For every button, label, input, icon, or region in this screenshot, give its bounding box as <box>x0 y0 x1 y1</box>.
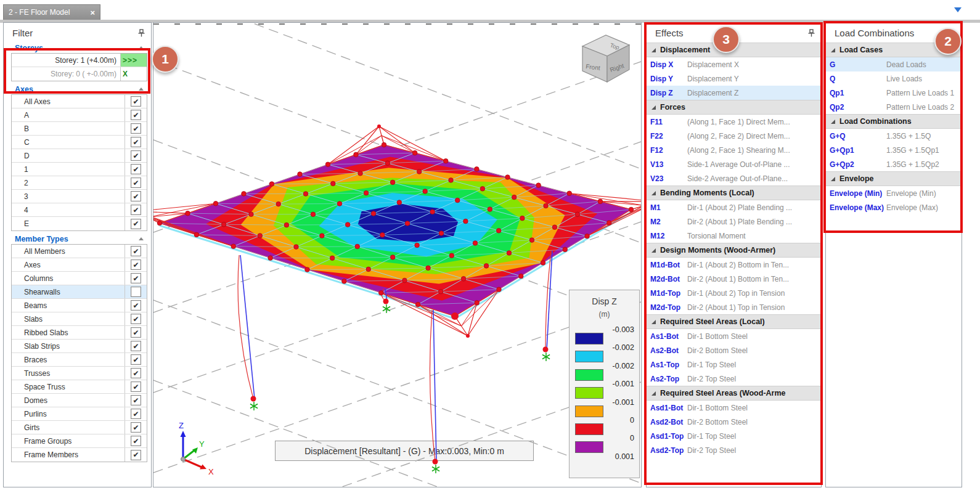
checkbox[interactable]: ✔ <box>131 246 141 256</box>
item-row[interactable]: F22(Along 2, Face 2) Direct Mem... <box>647 129 821 143</box>
member-type-row[interactable]: Purlins✔ <box>12 407 147 421</box>
member-type-row[interactable]: Slab Strips✔ <box>12 340 147 353</box>
checkbox[interactable]: ✔ <box>131 409 141 419</box>
item-row[interactable]: Qp1Pattern Live Loads 1 <box>826 86 962 100</box>
member-type-row[interactable]: Slabs✔ <box>12 312 147 326</box>
checkbox[interactable]: ✔ <box>131 150 141 161</box>
checkbox[interactable]: ✔ <box>131 205 141 215</box>
axis-row[interactable]: E✔ <box>12 217 147 230</box>
member-type-row[interactable]: Axes✔ <box>12 258 147 272</box>
collapse-arrow-icon[interactable] <box>139 237 144 240</box>
item-row[interactable]: M1Dir-1 (About 2) Plate Bending ... <box>647 200 821 214</box>
collapse-arrow-icon[interactable] <box>139 46 144 49</box>
item-row[interactable]: M1d-TopDir-1 (About 2) Top in Tension <box>647 286 821 300</box>
checkbox[interactable]: ✔ <box>131 191 141 202</box>
item-row[interactable]: Asd2-BotDir-2 Bottom Steel <box>647 415 821 429</box>
item-row[interactable]: As1-BotDir-1 Bottom Steel <box>647 329 821 343</box>
checkbox[interactable]: ✔ <box>131 354 141 365</box>
checkbox[interactable]: ✔ <box>131 327 141 338</box>
group-header[interactable]: Envelope <box>826 171 962 186</box>
item-row[interactable]: G+Qp21.35G + 1.5Qp2 <box>826 157 962 171</box>
collapse-arrow-icon[interactable] <box>139 88 144 91</box>
member-type-row[interactable]: Beams✔ <box>12 299 147 312</box>
checkbox[interactable]: ✔ <box>131 123 141 134</box>
item-row[interactable]: GDead Loads <box>826 57 962 71</box>
checkbox[interactable]: ✔ <box>131 341 141 351</box>
tab-close-icon[interactable]: × <box>85 8 95 17</box>
item-row[interactable]: G+Q1.35G + 1.5Q <box>826 129 962 143</box>
axis-row[interactable]: 1✔ <box>12 163 147 176</box>
item-row[interactable]: Asd1-TopDir-1 Top Steel <box>647 429 821 443</box>
checkbox[interactable]: ✔ <box>131 273 141 283</box>
member-type-row[interactable]: Trusses✔ <box>12 367 147 380</box>
checkbox[interactable]: ✔ <box>131 164 141 174</box>
item-row[interactable]: F12(Along 2, Face 1) Shearing M... <box>647 143 821 157</box>
checkbox[interactable]: ✔ <box>131 436 141 446</box>
axis-row[interactable]: B✔ <box>12 122 147 136</box>
axis-row[interactable]: All Axes✔ <box>12 95 147 108</box>
item-row[interactable]: Asd2-TopDir-2 Top Steel <box>647 443 821 457</box>
group-header[interactable]: Forces <box>647 100 821 115</box>
group-header[interactable]: Bending Moments (Local) <box>647 185 821 200</box>
group-header[interactable]: Required Steel Areas (Wood-Arme <box>647 386 821 401</box>
item-row[interactable]: As1-TopDir-1 Top Steel <box>647 357 821 372</box>
storeys-section-header[interactable]: Storeys <box>7 43 147 53</box>
checkbox[interactable] <box>131 287 141 297</box>
tab-fe-floor-model[interactable]: 2 - FE Floor Model × <box>3 4 100 20</box>
item-row[interactable]: Disp XDisplacement X <box>647 57 821 71</box>
member-type-row[interactable]: Domes✔ <box>12 394 147 407</box>
axis-row[interactable]: C✔ <box>12 136 147 149</box>
checkbox[interactable]: ✔ <box>131 177 141 188</box>
window-dropdown-icon[interactable] <box>954 7 962 12</box>
storey-row[interactable]: Storey: 0 ( +-0.00m)X <box>12 67 147 81</box>
member-type-row[interactable]: Shearwalls <box>12 285 147 299</box>
storey-row[interactable]: Storey: 1 (+4.00m)>>> <box>12 54 147 67</box>
checkbox[interactable]: ✔ <box>131 259 141 270</box>
member-type-row[interactable]: Frame Members✔ <box>12 448 147 462</box>
checkbox[interactable]: ✔ <box>131 300 141 311</box>
axis-row[interactable]: 2✔ <box>12 176 147 190</box>
model-viewport[interactable]: Displacement [Resultant] - (G) - Max:0.0… <box>153 22 642 487</box>
group-header[interactable]: Design Moments (Wood-Armer) <box>647 243 821 258</box>
checkbox[interactable]: ✔ <box>131 450 141 460</box>
pin-icon[interactable] <box>808 29 815 37</box>
group-header[interactable]: Load Cases <box>826 43 962 57</box>
member-type-row[interactable]: Frame Groups✔ <box>12 434 147 448</box>
item-row[interactable]: M1d-BotDir-1 (About 2) Bottom in Ten... <box>647 258 821 272</box>
member-type-row[interactable]: Braces✔ <box>12 353 147 367</box>
item-row[interactable]: G+Qp11.35G + 1.5Qp1 <box>826 143 962 157</box>
axes-section-header[interactable]: Axes <box>7 84 147 94</box>
member-type-row[interactable]: All Members✔ <box>12 245 147 258</box>
item-row[interactable]: M2Dir-2 (About 1) Plate Bending ... <box>647 214 821 229</box>
item-row[interactable]: Envelope (Min)Envelope (Min) <box>826 186 962 200</box>
checkbox[interactable]: ✔ <box>131 381 141 392</box>
storey-action[interactable]: X <box>121 67 147 81</box>
item-row[interactable]: M2d-BotDir-2 (About 1) Bottom in Ten... <box>647 272 821 286</box>
group-header[interactable]: Required Steel Areas (Local) <box>647 314 821 329</box>
view-cube[interactable]: Top Front Right <box>575 30 637 89</box>
item-row[interactable]: Qp2Pattern Live Loads 2 <box>826 100 962 114</box>
checkbox[interactable]: ✔ <box>131 137 141 147</box>
member-type-row[interactable]: Ribbed Slabs✔ <box>12 326 147 340</box>
checkbox[interactable]: ✔ <box>131 368 141 378</box>
item-row[interactable]: Envelope (Max)Envelope (Max) <box>826 200 962 214</box>
item-row[interactable]: Disp YDisplacement Y <box>647 71 821 86</box>
item-row[interactable]: M2d-TopDir-2 (About 1) Top in Tension <box>647 300 821 314</box>
axis-row[interactable]: D✔ <box>12 149 147 163</box>
member-types-section-header[interactable]: Member Types <box>7 234 147 244</box>
item-row[interactable]: V13Side-1 Average Out-of-Plane ... <box>647 157 821 171</box>
storey-action[interactable]: >>> <box>121 54 147 67</box>
item-row[interactable]: As2-BotDir-2 Bottom Steel <box>647 343 821 357</box>
checkbox[interactable]: ✔ <box>131 422 141 433</box>
member-type-row[interactable]: Space Truss✔ <box>12 380 147 394</box>
pin-icon[interactable] <box>138 29 145 37</box>
axis-row[interactable]: A✔ <box>12 108 147 122</box>
item-row[interactable]: Disp ZDisplacement Z <box>647 86 821 100</box>
member-type-row[interactable]: Girts✔ <box>12 421 147 434</box>
pin-icon[interactable] <box>949 29 955 37</box>
item-row[interactable]: QLive Loads <box>826 71 962 86</box>
item-row[interactable]: V23Side-2 Average Out-of-Plane... <box>647 171 821 185</box>
item-row[interactable]: Asd1-BotDir-1 Bottom Steel <box>647 401 821 415</box>
axis-row[interactable]: 4✔ <box>12 203 147 217</box>
member-type-row[interactable]: Columns✔ <box>12 272 147 285</box>
